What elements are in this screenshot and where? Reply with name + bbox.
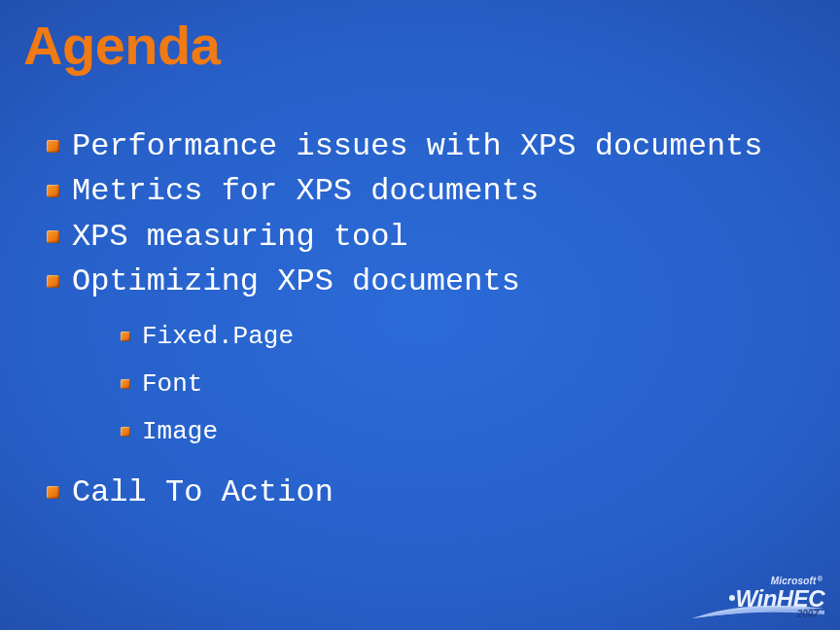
event-logo: Microsoft® WinHEC 2007 xyxy=(690,576,826,620)
list-item-label: Image xyxy=(142,417,218,446)
registered-icon: ® xyxy=(818,576,822,582)
slide-content: Performance issues with XPS documents Me… xyxy=(39,124,817,515)
dot-icon xyxy=(729,595,735,601)
list-item-label: Font xyxy=(142,369,202,399)
list-item: Font xyxy=(115,361,817,408)
list-item: XPS measuring tool xyxy=(39,215,817,260)
list-item: Call To Action xyxy=(39,471,817,515)
bullet-list-level2: Fixed.Page Font Image xyxy=(72,313,817,457)
list-item: Fixed.Page xyxy=(115,313,817,361)
list-item-label: Fixed.Page xyxy=(142,322,294,351)
slide: Agenda Performance issues with XPS docum… xyxy=(0,0,840,630)
list-item-label: Call To Action xyxy=(72,474,333,510)
list-item: Image xyxy=(115,408,817,456)
list-item: Metrics for XPS documents xyxy=(39,169,817,214)
list-item-label: Metrics for XPS documents xyxy=(72,173,539,209)
slide-title: Agenda xyxy=(23,18,220,75)
list-item-label: XPS measuring tool xyxy=(72,219,408,255)
list-item: Performance issues with XPS documents xyxy=(39,124,817,169)
list-item: Optimizing XPS documents Fixed.Page Font… xyxy=(39,260,817,457)
bullet-list-level1: Performance issues with XPS documents Me… xyxy=(39,124,817,515)
list-item-label: Performance issues with XPS documents xyxy=(72,128,763,164)
event-year: 2007 xyxy=(797,609,819,619)
list-item-label: Optimizing XPS documents xyxy=(72,263,520,299)
